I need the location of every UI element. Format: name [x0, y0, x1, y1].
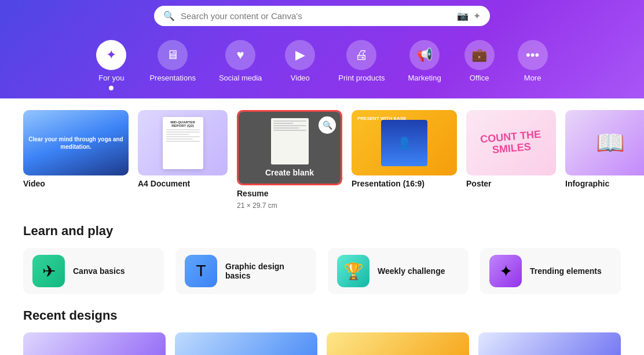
learn-section-title: Learn and play — [23, 224, 621, 239]
canva-basics-icon: ✈ — [32, 255, 65, 287]
learn-row: ✈ Canva basics T Graphic design basics 🏆… — [23, 248, 621, 294]
search-icon: 🔍 — [163, 10, 175, 21]
learn-card-canva-basics[interactable]: ✈ Canva basics — [23, 248, 164, 294]
trending-label: Trending elements — [530, 266, 602, 276]
nav-tabs: ✦ For you 🖥 Presentations ♥ Social media… — [0, 35, 644, 87]
learn-card-trending[interactable]: ✦ Trending elements — [480, 248, 621, 294]
tab-video[interactable]: ▶ Video — [273, 35, 327, 87]
tab-for-you-label: For you — [98, 74, 124, 82]
weekly-challenge-label: Weekly challenge — [378, 266, 445, 276]
video-text: Clear your mind through yoga and meditat… — [23, 132, 129, 154]
infographic-thumb: 📖 — [565, 110, 644, 175]
poster-card-label: Poster — [466, 179, 556, 188]
graphic-design-icon: T — [185, 255, 217, 287]
video-card-label: Video — [23, 179, 129, 188]
resume-thumb: Create blank 🔍 — [237, 110, 342, 185]
poster-thumb: COUNT THE SMILES — [466, 110, 556, 175]
learn-card-weekly-challenge[interactable]: 🏆 Weekly challenge — [328, 248, 469, 294]
graphic-design-label: Graphic design basics — [225, 262, 307, 280]
template-card-video[interactable]: Clear your mind through yoga and meditat… — [23, 110, 129, 210]
presentation-thumb: PRESENT WITH EASE 👤 — [352, 110, 457, 175]
templates-row: Clear your mind through yoga and meditat… — [23, 110, 621, 210]
recent-card-1[interactable] — [23, 332, 166, 355]
tab-office-label: Office — [470, 74, 489, 82]
presentation-person-icon: 👤 — [381, 120, 427, 166]
recent-card-4[interactable] — [478, 332, 621, 355]
magic-icon[interactable]: ✦ — [473, 10, 481, 21]
tab-presentations-label: Presentations — [149, 74, 196, 82]
video-icon: ▶ — [285, 40, 315, 70]
infographic-card-label: Infographic — [565, 179, 644, 188]
marketing-icon: 📢 — [409, 40, 440, 70]
search-input[interactable] — [181, 11, 451, 21]
canva-basics-label: Canva basics — [73, 266, 125, 276]
template-card-poster[interactable]: COUNT THE SMILES Poster — [466, 110, 556, 210]
resume-card-sublabel: 21 × 29.7 cm — [237, 202, 342, 210]
office-icon: 💼 — [464, 40, 495, 70]
print-products-icon: 🖨 — [346, 40, 376, 70]
create-blank-label: Create blank — [265, 168, 314, 177]
presentation-text: PRESENT WITH EASE — [357, 116, 406, 122]
template-card-resume[interactable]: Create blank 🔍 Resume 21 × 29.7 cm — [237, 110, 342, 210]
tab-social-media-label: Social media — [219, 74, 262, 82]
learn-card-graphic-design[interactable]: T Graphic design basics — [175, 248, 316, 294]
weekly-challenge-icon: 🏆 — [337, 255, 369, 287]
tab-more[interactable]: ••• More — [506, 35, 559, 87]
infographic-icon: 📖 — [596, 129, 625, 156]
recent-card-2[interactable]: DREW FEIG — [175, 332, 317, 355]
resume-preview — [271, 118, 309, 164]
tab-marketing[interactable]: 📢 Marketing — [397, 35, 453, 87]
template-card-a4[interactable]: MID-QUARTER REPORT (Q2) A4 Document — [138, 110, 228, 210]
template-card-infographic[interactable]: 📖 Infographic — [565, 110, 644, 210]
trending-icon: ✦ — [489, 255, 522, 287]
template-card-presentation[interactable]: PRESENT WITH EASE 👤 Presentation (16:9) — [352, 110, 457, 210]
tab-for-you[interactable]: ✦ For you — [85, 35, 138, 87]
tab-print-products[interactable]: 🖨 Print products — [327, 35, 396, 87]
tab-marketing-label: Marketing — [408, 74, 441, 82]
search-bar-container: 🔍 📷 ✦ — [0, 0, 644, 35]
tab-print-products-label: Print products — [338, 74, 385, 82]
poster-text: COUNT THE SMILES — [466, 127, 556, 158]
main-content: Clear your mind through yoga and meditat… — [0, 98, 644, 355]
social-media-icon: ♥ — [225, 40, 255, 70]
search-bar: 🔍 📷 ✦ — [154, 6, 490, 26]
recent-card-3[interactable] — [327, 332, 469, 355]
a4-doc-title: MID-QUARTER REPORT (Q2) — [166, 120, 200, 127]
presentations-icon: 🖥 — [158, 40, 188, 70]
a4-doc-preview: MID-QUARTER REPORT (Q2) — [163, 117, 203, 169]
resume-card-label: Resume — [237, 189, 342, 198]
video-thumb: Clear your mind through yoga and meditat… — [23, 110, 129, 175]
resume-search-button[interactable]: 🔍 — [319, 116, 336, 134]
more-icon: ••• — [518, 40, 548, 70]
recent-section-title: Recent designs — [23, 308, 621, 323]
tab-presentations[interactable]: 🖥 Presentations — [138, 35, 207, 87]
search-right-icons: 📷 ✦ — [457, 10, 481, 21]
presentation-card-label: Presentation (16:9) — [352, 179, 457, 188]
camera-icon[interactable]: 📷 — [457, 10, 469, 21]
tab-social-media[interactable]: ♥ Social media — [207, 35, 273, 87]
tab-video-label: Video — [291, 74, 310, 82]
a4-card-label: A4 Document — [138, 179, 228, 188]
tab-office[interactable]: 💼 Office — [453, 35, 506, 87]
for-you-icon: ✦ — [96, 40, 126, 70]
recent-designs-row: DREW FEIG — [23, 332, 621, 355]
a4-thumb: MID-QUARTER REPORT (Q2) — [138, 110, 228, 175]
tab-more-label: More — [524, 74, 541, 82]
